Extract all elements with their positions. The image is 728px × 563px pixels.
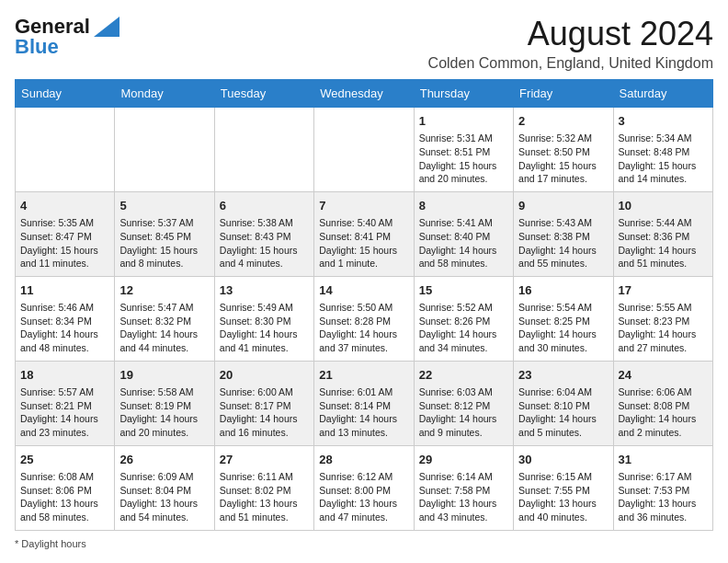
day-number: 15: [419, 282, 508, 299]
calendar-cell: 11Sunrise: 5:46 AM Sunset: 8:34 PM Dayli…: [16, 276, 115, 361]
calendar-cell: 27Sunrise: 6:11 AM Sunset: 8:02 PM Dayli…: [214, 445, 313, 530]
day-info: Sunrise: 5:54 AM Sunset: 8:25 PM Dayligh…: [518, 301, 608, 355]
calendar-cell: 6Sunrise: 5:38 AM Sunset: 8:43 PM Daylig…: [214, 191, 313, 276]
calendar-cell: 17Sunrise: 5:55 AM Sunset: 8:23 PM Dayli…: [613, 276, 712, 361]
day-number: 21: [319, 367, 408, 384]
day-info: Sunrise: 6:15 AM Sunset: 7:55 PM Dayligh…: [518, 470, 608, 524]
calendar-table: SundayMondayTuesdayWednesdayThursdayFrid…: [15, 79, 713, 531]
calendar-cell: 22Sunrise: 6:03 AM Sunset: 8:12 PM Dayli…: [414, 361, 513, 445]
weekday-header-thursday: Thursday: [414, 80, 513, 108]
header: General Blue August 2024 Colden Common, …: [15, 15, 713, 72]
day-info: Sunrise: 5:49 AM Sunset: 8:30 PM Dayligh…: [220, 301, 309, 355]
day-number: 9: [518, 198, 608, 214]
calendar-week-row: 11Sunrise: 5:46 AM Sunset: 8:34 PM Dayli…: [16, 276, 713, 361]
day-number: 7: [319, 198, 408, 214]
calendar-cell: 14Sunrise: 5:50 AM Sunset: 8:28 PM Dayli…: [314, 276, 414, 361]
calendar-week-row: 18Sunrise: 5:57 AM Sunset: 8:21 PM Dayli…: [16, 361, 713, 445]
day-number: 12: [119, 282, 209, 299]
calendar-cell: 13Sunrise: 5:49 AM Sunset: 8:30 PM Dayli…: [214, 276, 313, 361]
calendar-cell: 24Sunrise: 6:06 AM Sunset: 8:08 PM Dayli…: [613, 361, 712, 445]
day-number: 24: [619, 367, 708, 384]
title-area: August 2024 Colden Common, England, Unit…: [428, 15, 713, 72]
calendar-cell: [115, 108, 214, 192]
day-info: Sunrise: 6:14 AM Sunset: 7:58 PM Dayligh…: [419, 470, 508, 524]
weekday-header-row: SundayMondayTuesdayWednesdayThursdayFrid…: [16, 80, 713, 108]
calendar-cell: 9Sunrise: 5:43 AM Sunset: 8:38 PM Daylig…: [514, 191, 613, 276]
weekday-header-friday: Friday: [514, 80, 613, 108]
day-number: 16: [518, 282, 608, 299]
day-info: Sunrise: 5:44 AM Sunset: 8:36 PM Dayligh…: [619, 216, 708, 270]
logo: General Blue: [15, 15, 119, 59]
calendar-header: SundayMondayTuesdayWednesdayThursdayFrid…: [16, 80, 713, 108]
day-info: Sunrise: 5:52 AM Sunset: 8:26 PM Dayligh…: [419, 301, 508, 355]
day-number: 28: [319, 452, 408, 468]
calendar-cell: 28Sunrise: 6:12 AM Sunset: 8:00 PM Dayli…: [314, 445, 414, 530]
day-info: Sunrise: 6:03 AM Sunset: 8:12 PM Dayligh…: [419, 385, 508, 440]
day-info: Sunrise: 5:35 AM Sunset: 8:47 PM Dayligh…: [20, 216, 109, 270]
day-info: Sunrise: 5:32 AM Sunset: 8:50 PM Dayligh…: [518, 132, 608, 186]
day-number: 17: [619, 282, 708, 299]
calendar-cell: 19Sunrise: 5:58 AM Sunset: 8:19 PM Dayli…: [115, 361, 214, 445]
month-title: August 2024: [428, 15, 713, 53]
calendar-cell: 2Sunrise: 5:32 AM Sunset: 8:50 PM Daylig…: [514, 108, 613, 192]
calendar-cell: 10Sunrise: 5:44 AM Sunset: 8:36 PM Dayli…: [613, 191, 712, 276]
calendar-cell: 7Sunrise: 5:40 AM Sunset: 8:41 PM Daylig…: [314, 191, 414, 276]
calendar-cell: 3Sunrise: 5:34 AM Sunset: 8:48 PM Daylig…: [613, 108, 712, 192]
day-number: 10: [619, 198, 708, 214]
day-number: 27: [220, 452, 309, 468]
day-info: Sunrise: 5:50 AM Sunset: 8:28 PM Dayligh…: [319, 301, 408, 355]
calendar-cell: [214, 108, 313, 192]
daylight-label: Daylight hours: [21, 538, 85, 549]
day-number: 26: [119, 452, 209, 468]
day-number: 1: [419, 113, 508, 130]
day-info: Sunrise: 5:34 AM Sunset: 8:48 PM Dayligh…: [619, 132, 708, 186]
day-info: Sunrise: 6:09 AM Sunset: 8:04 PM Dayligh…: [119, 470, 209, 524]
day-info: Sunrise: 6:04 AM Sunset: 8:10 PM Dayligh…: [518, 385, 608, 440]
day-number: 5: [119, 198, 209, 214]
day-info: Sunrise: 6:17 AM Sunset: 7:53 PM Dayligh…: [619, 470, 708, 524]
calendar-cell: 31Sunrise: 6:17 AM Sunset: 7:53 PM Dayli…: [613, 445, 712, 530]
footer-note: * Daylight hours: [15, 538, 713, 549]
day-info: Sunrise: 5:38 AM Sunset: 8:43 PM Dayligh…: [220, 216, 309, 270]
svg-marker-0: [94, 17, 119, 37]
weekday-header-monday: Monday: [115, 80, 214, 108]
day-number: 31: [619, 452, 708, 468]
day-number: 18: [20, 367, 109, 384]
weekday-header-tuesday: Tuesday: [214, 80, 313, 108]
calendar-cell: 8Sunrise: 5:41 AM Sunset: 8:40 PM Daylig…: [414, 191, 513, 276]
calendar-week-row: 1Sunrise: 5:31 AM Sunset: 8:51 PM Daylig…: [16, 108, 713, 192]
calendar-cell: 5Sunrise: 5:37 AM Sunset: 8:45 PM Daylig…: [115, 191, 214, 276]
day-number: 30: [518, 452, 608, 468]
calendar-cell: 15Sunrise: 5:52 AM Sunset: 8:26 PM Dayli…: [414, 276, 513, 361]
day-info: Sunrise: 5:47 AM Sunset: 8:32 PM Dayligh…: [119, 301, 209, 355]
day-info: Sunrise: 5:55 AM Sunset: 8:23 PM Dayligh…: [619, 301, 708, 355]
day-number: 22: [419, 367, 508, 384]
calendar-cell: 4Sunrise: 5:35 AM Sunset: 8:47 PM Daylig…: [16, 191, 115, 276]
day-number: 23: [518, 367, 608, 384]
calendar-cell: 23Sunrise: 6:04 AM Sunset: 8:10 PM Dayli…: [514, 361, 613, 445]
calendar-cell: 26Sunrise: 6:09 AM Sunset: 8:04 PM Dayli…: [115, 445, 214, 530]
calendar-cell: 18Sunrise: 5:57 AM Sunset: 8:21 PM Dayli…: [16, 361, 115, 445]
day-number: 2: [518, 113, 608, 130]
day-info: Sunrise: 6:01 AM Sunset: 8:14 PM Dayligh…: [319, 385, 408, 440]
day-info: Sunrise: 6:11 AM Sunset: 8:02 PM Dayligh…: [220, 470, 309, 524]
calendar-body: 1Sunrise: 5:31 AM Sunset: 8:51 PM Daylig…: [16, 108, 713, 531]
calendar-cell: 29Sunrise: 6:14 AM Sunset: 7:58 PM Dayli…: [414, 445, 513, 530]
calendar-week-row: 25Sunrise: 6:08 AM Sunset: 8:06 PM Dayli…: [16, 445, 713, 530]
day-number: 11: [20, 282, 109, 299]
calendar-cell: 12Sunrise: 5:47 AM Sunset: 8:32 PM Dayli…: [115, 276, 214, 361]
day-info: Sunrise: 6:00 AM Sunset: 8:17 PM Dayligh…: [220, 385, 309, 440]
day-number: 14: [319, 282, 408, 299]
day-info: Sunrise: 5:58 AM Sunset: 8:19 PM Dayligh…: [119, 385, 209, 440]
day-info: Sunrise: 5:46 AM Sunset: 8:34 PM Dayligh…: [20, 301, 109, 355]
calendar-cell: 25Sunrise: 6:08 AM Sunset: 8:06 PM Dayli…: [16, 445, 115, 530]
day-info: Sunrise: 6:06 AM Sunset: 8:08 PM Dayligh…: [619, 385, 708, 440]
day-info: Sunrise: 5:57 AM Sunset: 8:21 PM Dayligh…: [20, 385, 109, 440]
day-info: Sunrise: 5:31 AM Sunset: 8:51 PM Dayligh…: [419, 132, 508, 186]
calendar-cell: 16Sunrise: 5:54 AM Sunset: 8:25 PM Dayli…: [514, 276, 613, 361]
day-info: Sunrise: 5:37 AM Sunset: 8:45 PM Dayligh…: [119, 216, 209, 270]
calendar-cell: 20Sunrise: 6:00 AM Sunset: 8:17 PM Dayli…: [214, 361, 313, 445]
day-number: 4: [20, 198, 109, 214]
weekday-header-sunday: Sunday: [16, 80, 115, 108]
day-number: 29: [419, 452, 508, 468]
